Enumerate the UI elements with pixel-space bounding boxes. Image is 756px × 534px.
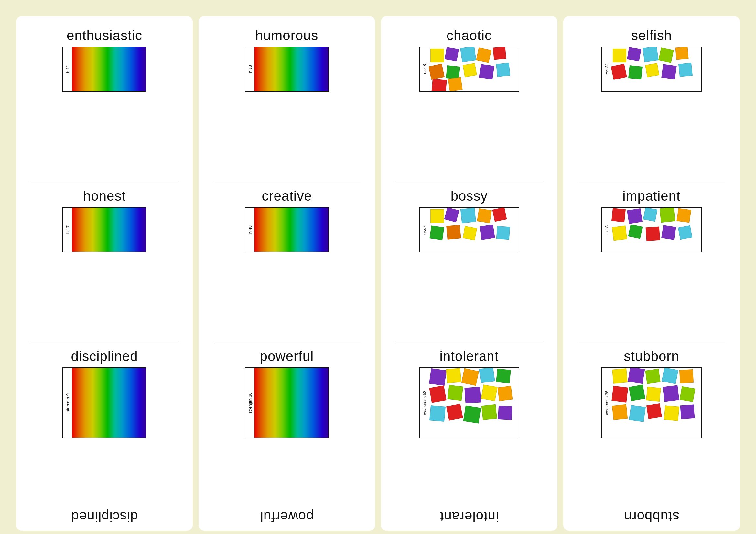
section-honest: honest h 17 (22, 183, 187, 342)
card-1: enthusiastic h 11 honest h 17 discipline… (16, 16, 193, 531)
section-humorous: humorous h 18 (204, 22, 369, 181)
word-intolerant-flipped: intolerant (387, 509, 552, 524)
card-2: humorous h 18 creative h 48 powerful str… (199, 16, 375, 531)
section-disciplined: disciplined strength 9 (22, 343, 187, 502)
section-impatient: impatient s 18 (569, 183, 734, 342)
mosaic-impatient: s 18 (602, 207, 702, 252)
rainbow-enthusiastic: h 11 (63, 46, 147, 92)
word-powerful: powerful (260, 348, 314, 364)
word-powerful-flipped: powerful (204, 509, 369, 524)
card-3: chaotic ess 8 (381, 16, 557, 531)
section-chaotic: chaotic ess 8 (387, 22, 552, 181)
rainbow-honest: h 17 (63, 207, 147, 252)
mosaic-area-intolerant (429, 368, 519, 438)
mosaic-area-impatient (611, 208, 701, 252)
word-honest: honest (83, 188, 126, 204)
mosaic-area-selfish (611, 47, 701, 91)
rainbow-disciplined: strength 9 (63, 367, 147, 438)
mosaic-area-bossy (429, 208, 519, 252)
mosaic-area-stubborn (611, 368, 701, 438)
rainbow-creative: h 48 (245, 207, 329, 252)
word-creative: creative (261, 188, 312, 204)
mosaic-chaotic: ess 8 (419, 46, 519, 92)
section-stubborn: stubborn weakness 36 (569, 343, 734, 502)
word-selfish: selfish (631, 28, 672, 43)
mosaic-bossy: ess 6 (419, 207, 519, 252)
word-impatient: impatient (622, 188, 680, 204)
word-disciplined: disciplined (71, 348, 138, 364)
section-enthusiastic: enthusiastic h 11 (22, 22, 187, 181)
word-enthusiastic: enthusiastic (67, 28, 142, 43)
mosaic-stubborn: weakness 36 (602, 367, 702, 438)
section-creative: creative h 48 (204, 183, 369, 342)
word-disciplined-flipped: disciplined (22, 509, 187, 524)
section-powerful: powerful strength 30 (204, 343, 369, 502)
word-stubborn-flipped: stubborn (569, 509, 734, 524)
word-chaotic: chaotic (446, 28, 492, 43)
word-humorous: humorous (256, 28, 318, 43)
word-intolerant: intolerant (440, 348, 499, 364)
mosaic-area-chaotic (429, 47, 519, 91)
word-bossy: bossy (451, 188, 488, 204)
mosaic-intolerant: weakness 52 (419, 367, 519, 438)
card-4: selfish ess 31 impatient (563, 16, 740, 531)
section-bossy: bossy ess 6 (387, 183, 552, 342)
rainbow-humorous: h 18 (245, 46, 329, 92)
rainbow-powerful: strength 30 (245, 367, 329, 438)
word-stubborn: stubborn (624, 348, 679, 364)
section-selfish: selfish ess 31 (569, 22, 734, 181)
mosaic-selfish: ess 31 (602, 46, 702, 92)
section-intolerant: intolerant weakness 52 (387, 343, 552, 502)
page: enthusiastic h 11 honest h 17 discipline… (7, 7, 749, 534)
